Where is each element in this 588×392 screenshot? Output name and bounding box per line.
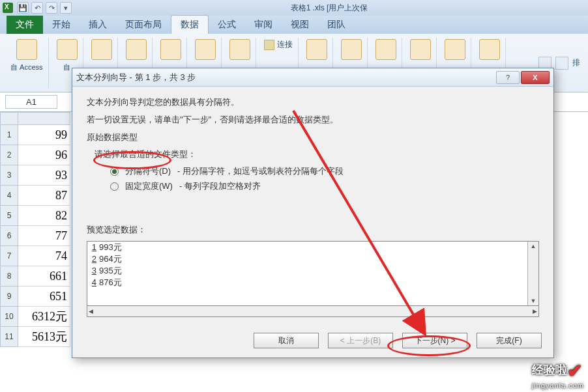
text-to-columns-dialog: 文本分列向导 - 第 1 步，共 3 步 ? X 文本分列向导判定您的数据具有分… (72, 68, 554, 358)
cell[interactable]: 661 (18, 266, 70, 287)
preview-lines: 1993元 2964元 3935元 4876元 (87, 242, 527, 305)
ribbon-btn-3[interactable] (89, 38, 115, 61)
back-button: < 上一步(B) (328, 333, 393, 348)
cell[interactable]: 77 (18, 226, 70, 246)
row-header[interactable]: 11 (0, 327, 18, 347)
scroll-right-icon[interactable]: ▶ (533, 308, 537, 315)
connections-button[interactable]: 连接 (261, 38, 295, 51)
preview-hscrollbar[interactable]: ◀▶ (87, 306, 539, 317)
dialog-intro-2: 若一切设置无误，请单击"下一步"，否则请选择最合适的数据类型。 (87, 113, 539, 127)
finish-button[interactable]: 完成(F) (477, 333, 542, 348)
next-button[interactable]: 下一步(N) > (402, 333, 467, 348)
tab-insert[interactable]: 插入 (80, 16, 116, 34)
qat-dropdown-icon[interactable]: ▾ (60, 2, 72, 14)
select-all-corner[interactable] (0, 112, 18, 125)
za-sort-icon[interactable] (555, 57, 568, 70)
cell[interactable]: 93 (18, 165, 70, 186)
cell[interactable]: 651 (18, 287, 70, 307)
radio-delimited-row[interactable]: 分隔符号(D) - 用分隔字符，如逗号或制表符分隔每个字段 (110, 165, 539, 177)
text-icon (91, 39, 112, 60)
name-box[interactable]: A1 (5, 95, 57, 109)
ribbon-btn-13[interactable] (442, 38, 468, 61)
cell[interactable]: 87 (18, 186, 70, 206)
tab-home[interactable]: 开始 (43, 16, 80, 34)
row-header[interactable]: 5 (0, 206, 18, 226)
tab-review[interactable]: 审阅 (245, 16, 282, 34)
preview-row-num: 4 (87, 277, 98, 287)
preview-row-num: 2 (87, 254, 98, 264)
ribbon-btn-6[interactable] (192, 38, 218, 61)
columns-icon (410, 39, 431, 60)
row-header[interactable]: 3 (0, 165, 18, 186)
preview-row: 876元 (98, 277, 122, 288)
dialog-intro-1: 文本分列向导判定您的数据具有分隔符。 (87, 96, 539, 109)
cancel-button[interactable]: 取消 (254, 333, 319, 348)
watermark: 经验啦✔ jingyanla.com (532, 360, 584, 389)
tab-view[interactable]: 视图 (282, 16, 318, 34)
check-icon: ✔ (567, 361, 582, 381)
cell[interactable]: 99 (18, 125, 70, 145)
window-title: 表格1 .xls [用户上次保 (73, 3, 585, 14)
dup-icon (445, 39, 465, 60)
col-header-a[interactable] (18, 112, 70, 125)
scroll-down-icon[interactable]: ▼ (531, 298, 537, 304)
close-button[interactable]: X (521, 71, 550, 84)
dialog-buttons: 取消 < 上一步(B) 下一步(N) > 完成(F) (254, 333, 542, 348)
ribbon-btn-14[interactable] (477, 38, 503, 61)
radio-fixed-label: 固定宽度(W) (125, 180, 173, 192)
tab-pagelayout[interactable]: 页面布局 (116, 16, 171, 34)
dialog-body: 文本分列向导判定您的数据具有分隔符。 若一切设置无误，请单击"下一步"，否则请选… (72, 87, 553, 326)
cell[interactable]: 96 (18, 145, 70, 165)
cell[interactable]: 82 (18, 206, 70, 226)
row-header[interactable]: 8 (0, 266, 18, 287)
sort-label: 排 (572, 57, 580, 68)
dialog-title: 文本分列向导 - 第 1 步，共 3 步 (76, 72, 495, 83)
tab-data[interactable]: 数据 (171, 15, 209, 34)
radio-fixed-hint: - 每列字段加空格对齐 (179, 180, 261, 192)
preview-box: 1993元 2964元 3935元 4876元 ▲▼ (87, 241, 539, 306)
row-header[interactable]: 6 (0, 226, 18, 246)
row-header[interactable]: 7 (0, 246, 18, 266)
radio-fixed-row[interactable]: 固定宽度(W) - 每列字段加空格对齐 (110, 180, 539, 192)
scroll-up-icon[interactable]: ▲ (531, 243, 537, 249)
row-header[interactable]: 1 (0, 125, 18, 145)
cell[interactable]: 74 (18, 246, 70, 266)
ribbon-btn-9[interactable] (304, 38, 330, 61)
row-header[interactable]: 2 (0, 145, 18, 165)
from-access-button[interactable]: 自 Access (8, 38, 46, 74)
ribbon-btn-4[interactable] (123, 38, 149, 61)
ribbon-btn-11[interactable] (373, 38, 399, 61)
preview-row: 964元 (98, 253, 122, 265)
dialog-titlebar[interactable]: 文本分列向导 - 第 1 步，共 3 步 ? X (72, 68, 553, 87)
ribbon-btn-7[interactable] (227, 38, 253, 61)
preview-label: 预览选定数据： (87, 223, 539, 237)
scroll-left-icon[interactable]: ◀ (89, 308, 93, 315)
tab-file[interactable]: 文件 (7, 16, 43, 34)
link-icon (264, 40, 274, 50)
conn-icon (229, 39, 250, 60)
tab-formulas[interactable]: 公式 (209, 16, 245, 34)
qat-redo-icon[interactable]: ↷ (46, 2, 57, 14)
subgroup-label: 请选择最合适的文件类型： (95, 148, 539, 161)
ribbon-btn-12[interactable] (407, 38, 434, 61)
row-header[interactable]: 9 (0, 287, 18, 307)
row-header[interactable]: 10 (0, 307, 18, 327)
ribbon-tabs: 文件 开始 插入 页面布局 数据 公式 审阅 视图 团队 (0, 16, 588, 34)
valid-icon (479, 39, 500, 60)
web-icon (57, 39, 78, 60)
radio-fixed[interactable] (110, 182, 119, 191)
radio-delimited[interactable] (110, 167, 119, 176)
ribbon-btn-5[interactable] (158, 38, 184, 61)
help-button[interactable]: ? (496, 71, 520, 84)
cell[interactable]: 5613元 (18, 327, 70, 347)
preview-row-num: 1 (87, 242, 98, 252)
preview-vscrollbar[interactable]: ▲▼ (527, 242, 538, 305)
qat-undo-icon[interactable]: ↶ (31, 2, 43, 14)
preview-row-num: 3 (87, 266, 98, 275)
cell[interactable]: 6312元 (18, 307, 70, 327)
tab-team[interactable]: 团队 (318, 16, 355, 34)
qat-save-icon[interactable]: 💾 (17, 2, 29, 14)
row-header[interactable]: 4 (0, 186, 18, 206)
ribbon-btn-10[interactable] (338, 38, 364, 61)
existing-icon (160, 39, 181, 60)
